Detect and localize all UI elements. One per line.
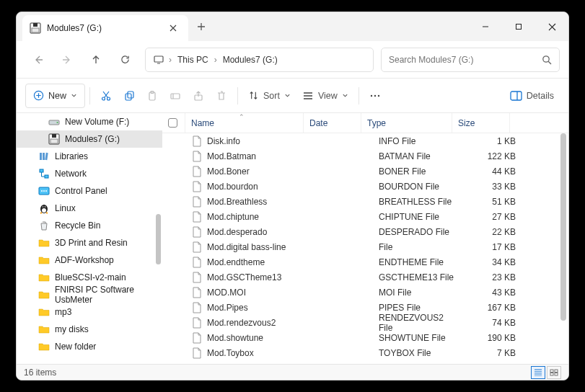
- file-type: BONER File: [373, 166, 464, 177]
- file-icon: [191, 257, 203, 268]
- sidebar-item[interactable]: mp3: [17, 303, 162, 321]
- rename-button[interactable]: [164, 84, 187, 108]
- file-row[interactable]: Mod.bourdonBOURDON File33 KB: [162, 179, 568, 194]
- svg-rect-25: [43, 153, 45, 160]
- column-header-date[interactable]: Date: [304, 113, 361, 133]
- svg-rect-40: [555, 373, 558, 375]
- file-type: File: [373, 242, 464, 252]
- new-button[interactable]: New: [25, 84, 85, 108]
- file-row[interactable]: Mod.chiptuneCHIPTUNE File27 KB: [162, 209, 568, 224]
- select-all-checkbox[interactable]: [162, 113, 185, 133]
- file-row[interactable]: Disk.infoINFO File1 KB: [162, 133, 568, 148]
- tab-close-button[interactable]: [164, 19, 182, 37]
- sidebar-item[interactable]: Libraries: [17, 148, 162, 165]
- cut-button[interactable]: [94, 84, 118, 108]
- minimize-button[interactable]: [469, 12, 502, 41]
- file-name: Mod.Pipes: [207, 303, 248, 313]
- sidebar-item[interactable]: Control Panel: [17, 182, 162, 200]
- file-size: 23 KB: [464, 272, 522, 282]
- maximize-button[interactable]: [502, 12, 535, 41]
- sidebar-item[interactable]: 3D Print and Resin: [17, 234, 162, 251]
- sidebar-scrollbar[interactable]: [154, 113, 162, 364]
- column-header-name[interactable]: Name: [185, 113, 304, 133]
- back-button[interactable]: [25, 47, 51, 73]
- more-button[interactable]: [364, 84, 387, 108]
- thumbnails-view-toggle[interactable]: [547, 366, 561, 379]
- file-name: Mod.showtune: [207, 333, 263, 343]
- file-row[interactable]: Mod.BreathlessBREATHLESS File51 KB: [162, 194, 568, 209]
- chevron-right-icon: ›: [210, 55, 221, 65]
- up-button[interactable]: [83, 47, 109, 73]
- refresh-button[interactable]: [112, 47, 138, 73]
- svg-point-15: [371, 94, 372, 96]
- sidebar-item-label: Network: [55, 169, 87, 179]
- svg-rect-38: [555, 370, 558, 373]
- file-icon: [191, 166, 203, 177]
- svg-point-20: [57, 122, 58, 123]
- view-button[interactable]: View: [296, 84, 354, 108]
- delete-button[interactable]: [210, 84, 233, 108]
- file-type: SHOWTUNE File: [373, 333, 464, 343]
- details-button[interactable]: Details: [504, 84, 560, 108]
- sort-button[interactable]: Sort: [242, 84, 296, 108]
- column-header-type[interactable]: Type: [361, 113, 452, 133]
- file-row[interactable]: Mod.desperadoDESPERADO File22 KB: [162, 224, 568, 239]
- file-row[interactable]: Mod.digital bass-lineFile17 KB: [162, 239, 568, 254]
- file-row[interactable]: Mod.PipesPIPES File167 KB: [162, 300, 568, 315]
- window-tab[interactable]: Modules7 (G:): [22, 15, 188, 41]
- sidebar-item-label: New folder: [55, 342, 96, 352]
- file-row[interactable]: Mod.endthemeENDTHEME File34 KB: [162, 254, 568, 270]
- share-button[interactable]: [187, 84, 210, 108]
- sidebar-item[interactable]: FNIRSI PC Software UsbMeter: [17, 286, 162, 303]
- file-row[interactable]: Mod.ToyboxTOYBOX File7 KB: [162, 345, 568, 360]
- file-row[interactable]: Mod.rendezvous2RENDEZVOUS2 File74 KB: [162, 315, 568, 330]
- sidebar-item-label: FNIRSI PC Software UsbMeter: [55, 285, 162, 305]
- main-scrollbar[interactable]: [558, 113, 568, 364]
- file-type: CHIPTUNE File: [373, 212, 464, 222]
- search-input[interactable]: [389, 55, 542, 65]
- file-icon: [191, 332, 203, 344]
- sidebar-item[interactable]: ADF-Workshop: [17, 251, 162, 269]
- sidebar-item[interactable]: BlueSCSI-v2-main: [17, 269, 162, 286]
- file-size: 17 KB: [464, 242, 522, 252]
- file-row[interactable]: MOD.MOIMOI File43 KB: [162, 285, 568, 300]
- folder-icon: [38, 341, 50, 352]
- breadcrumb-segment[interactable]: Modules7 (G:): [221, 55, 279, 65]
- file-icon: [191, 226, 203, 238]
- file-row[interactable]: Mod.GSCTheme13GSCTHEME13 File23 KB: [162, 270, 568, 285]
- sidebar-item-label: BlueSCSI-v2-main: [55, 272, 126, 282]
- command-bar: New Sort View Details: [17, 79, 568, 113]
- svg-rect-23: [50, 139, 58, 143]
- sidebar-item[interactable]: New Volume (F:): [17, 113, 162, 130]
- title-bar: Modules7 (G:): [17, 12, 568, 41]
- sidebar-item[interactable]: New folder: [17, 338, 162, 355]
- file-row[interactable]: Mod.showtuneSHOWTUNE File190 KB: [162, 330, 568, 345]
- file-row[interactable]: Mod.BonerBONER File44 KB: [162, 164, 568, 179]
- sidebar-item[interactable]: my disks: [17, 321, 162, 338]
- sidebar-item[interactable]: Network: [17, 165, 162, 182]
- search-box[interactable]: [381, 48, 560, 72]
- sidebar-item[interactable]: Linux: [17, 200, 162, 217]
- folder-icon: [38, 254, 50, 266]
- file-size: 33 KB: [464, 182, 522, 192]
- forward-button[interactable]: [54, 47, 80, 73]
- sidebar-item[interactable]: Modules7 (G:): [17, 130, 162, 148]
- sidebar-item[interactable]: Recycle Bin: [17, 217, 162, 234]
- details-view-toggle[interactable]: [531, 366, 545, 379]
- sidebar-item-label: mp3: [55, 307, 71, 317]
- sidebar-item-label: Recycle Bin: [55, 220, 100, 231]
- scrollbar-thumb[interactable]: [560, 133, 566, 321]
- breadcrumb-segment[interactable]: This PC: [176, 55, 210, 65]
- scrollbar-thumb[interactable]: [156, 214, 161, 264]
- file-icon: [191, 272, 203, 283]
- address-bar[interactable]: › This PC › Modules7 (G:): [145, 48, 374, 72]
- file-row[interactable]: Mod.BatmanBATMAN File122 KB: [162, 148, 568, 164]
- svg-rect-39: [550, 373, 553, 375]
- close-button[interactable]: [535, 12, 568, 41]
- paste-button[interactable]: [141, 84, 164, 108]
- new-tab-button[interactable]: [188, 12, 214, 41]
- column-header-size[interactable]: Size: [452, 113, 510, 133]
- svg-rect-26: [45, 153, 48, 160]
- copy-button[interactable]: [118, 84, 141, 108]
- view-label: View: [318, 91, 338, 101]
